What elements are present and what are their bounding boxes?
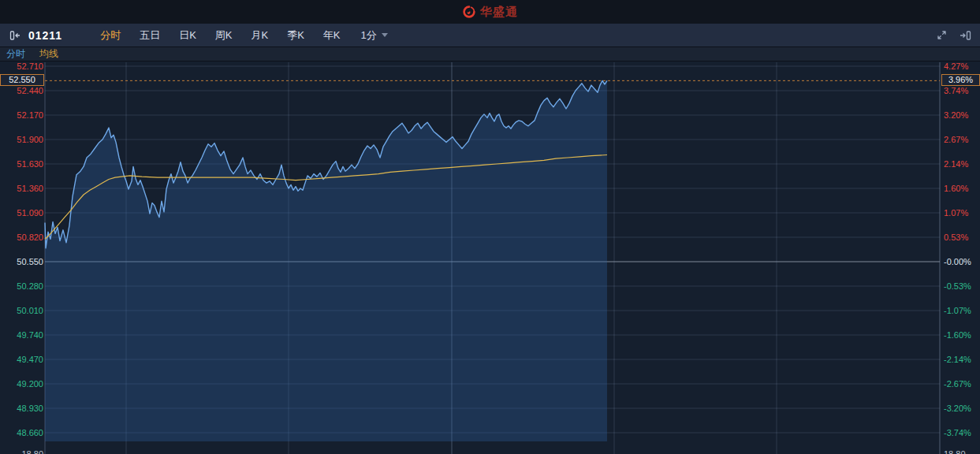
price-axis-label: 52.440 [0,86,43,95]
percent-axis-label: 3.20% [944,110,968,120]
top-brand-bar: 华盛通 [0,0,980,24]
price-axis-label: 51.630 [0,159,43,169]
percent-axis-label: -3.20% [944,404,971,413]
price-axis-label: 49.470 [0,355,43,364]
chart-period-tabs: 分时五日日K周K月K季K年K [100,28,340,43]
last-price-marker: 52.550 [0,74,44,86]
percent-axis-label: -0.53% [944,281,971,291]
price-axis-label: 49.200 [0,379,43,389]
stock-header: 01211 [8,28,62,43]
panel-collapse-icon[interactable] [8,28,22,43]
percent-axis-label: 3.74% [944,86,968,95]
period-tab[interactable]: 月K [252,28,269,43]
stock-code[interactable]: 01211 [28,29,62,42]
brand: 华盛通 [462,5,518,20]
percent-axis-label: 4.27% [944,61,968,71]
price-axis-label: 51.090 [0,208,43,218]
chart-toolbar: 01211 分时五日日K周K月K季K年K 1分 [0,24,980,47]
price-axis-label: 51.360 [0,184,43,193]
period-tab[interactable]: 日K [179,28,196,43]
price-axis-label: 50.820 [0,233,43,242]
percent-axis-label: -2.14% [944,355,971,364]
period-tab[interactable]: 季K [287,28,304,43]
price-axis-label: 52.710 [0,61,43,71]
percent-axis-label: -3.74% [944,428,971,437]
price-axis-label: 52.170 [0,110,43,120]
change-percent-marker: 3.96% [941,74,980,86]
price-axis-label: 48.930 [0,404,43,413]
percent-axis-label: -0.00% [944,257,971,266]
fullscreen-icon[interactable] [934,28,948,43]
price-axis-label: 49.740 [0,330,43,340]
brand-title: 华盛通 [480,5,518,20]
percent-axis-label: 1.07% [944,208,968,218]
price-axis-label: 50.550 [0,257,43,266]
chevron-down-icon [382,33,388,37]
period-tab[interactable]: 五日 [140,28,160,43]
percent-axis-label: 2.67% [944,135,968,144]
percent-axis-label: 1.60% [944,184,968,193]
brand-flame-icon [462,5,476,19]
percent-axis-label: -2.67% [944,379,971,389]
period-tab[interactable]: 分时 [100,28,121,43]
percent-axis-label: 2.14% [944,159,968,169]
trading-app-window: 华盛通 01211 分时五日日K周K月K季K年K 1分 [0,0,980,454]
period-tab[interactable]: 年K [323,28,341,43]
percent-axis-label: -1.60% [944,330,971,340]
kline-interval-value: 1分 [361,28,377,43]
dock-right-icon[interactable] [958,28,972,43]
intraday-chart[interactable]: 52.71052.44052.17051.90051.63051.36051.0… [0,62,980,454]
intraday-chart-svg[interactable] [0,62,980,454]
overlay-subtabs: 分时均线 [0,47,980,61]
price-axis-label: 50.010 [0,306,43,315]
price-axis-label: 50.280 [0,281,43,291]
percent-axis-label: -1.07% [944,306,971,315]
period-tab[interactable]: 周K [215,28,233,43]
kline-interval-dropdown[interactable]: 1分 [361,28,388,43]
volume-pane-label-left: 18.80 [0,449,43,454]
price-axis-label: 48.660 [0,428,43,437]
percent-axis-label: 0.53% [944,233,968,242]
overlay-subtab[interactable]: 分时 [6,47,25,61]
price-axis-label: 51.900 [0,135,43,144]
volume-pane-label-right: 18.80 [944,449,966,454]
toolbar-right-actions [934,28,972,43]
overlay-subtab[interactable]: 均线 [39,47,58,61]
